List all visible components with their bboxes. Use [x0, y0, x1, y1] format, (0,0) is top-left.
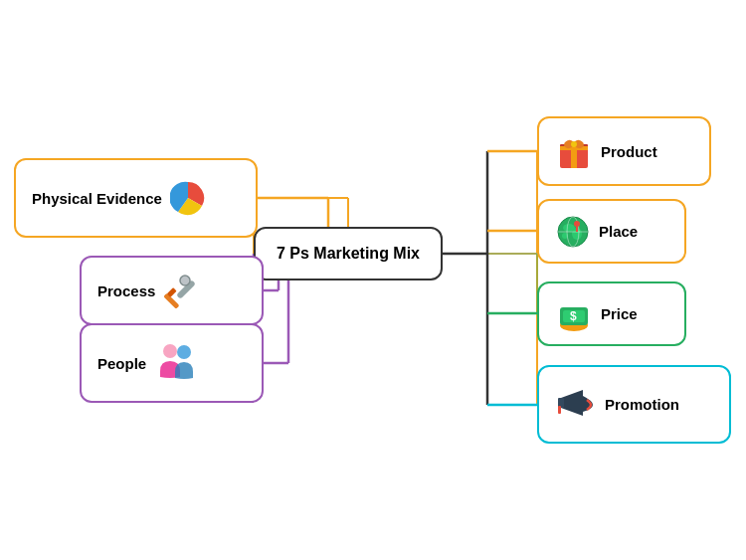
money-icon: $ — [555, 297, 593, 331]
process-node: Process — [80, 256, 264, 325]
physical-evidence-label: Physical Evidence — [32, 190, 162, 207]
promotion-label: Promotion — [605, 396, 679, 413]
svg-text:$: $ — [570, 309, 577, 323]
svg-point-37 — [177, 345, 191, 359]
gift-icon — [555, 132, 593, 170]
people-icon — [154, 341, 202, 385]
price-label: Price — [601, 305, 638, 322]
product-label: Product — [601, 143, 657, 160]
megaphone-icon — [555, 386, 597, 424]
svg-point-36 — [163, 344, 177, 358]
process-label: Process — [97, 282, 155, 299]
place-label: Place — [599, 223, 638, 240]
physical-evidence-node: Physical Evidence — [14, 158, 258, 238]
svg-point-44 — [571, 141, 577, 147]
svg-point-52 — [574, 221, 580, 227]
product-node: Product — [537, 116, 711, 186]
price-node: $ Price — [537, 281, 686, 346]
center-node: 7 Ps Marketing Mix — [254, 227, 443, 280]
promotion-node: Promotion — [537, 365, 731, 444]
tools-icon — [163, 273, 203, 308]
svg-rect-59 — [558, 406, 561, 414]
center-label: 7 Ps Marketing Mix — [277, 245, 420, 263]
globe-icon — [555, 214, 591, 250]
place-node: Place — [537, 199, 686, 264]
people-node: People — [80, 323, 264, 403]
people-label: People — [97, 355, 146, 372]
svg-point-33 — [180, 276, 190, 285]
diagram-container: 7 Ps Marketing Mix Physical Evidence Pro… — [0, 0, 746, 560]
pie-chart-icon — [170, 180, 206, 216]
